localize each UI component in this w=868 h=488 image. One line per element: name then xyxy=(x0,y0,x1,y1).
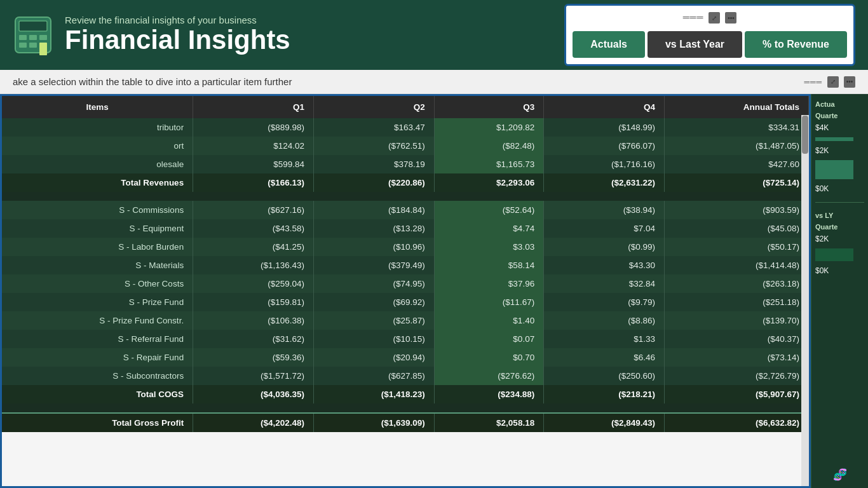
header-subtitle: Review the financial insights of your bu… xyxy=(65,15,290,25)
drag-handle-icon: ═══ xyxy=(683,12,704,24)
right-sidebar: Actua Quarte $4K $2K $0K vs LY Quarte $2… xyxy=(811,94,868,488)
table-row[interactable]: S - Materials($1,136.43)($379.49)$58.14$… xyxy=(2,256,809,274)
col-q2: Q2 xyxy=(313,96,434,118)
header-left: Review the financial insights of your bu… xyxy=(13,15,290,55)
actuals-button[interactable]: Actuals xyxy=(573,31,645,58)
svg-rect-2 xyxy=(19,35,27,40)
table-row[interactable] xyxy=(2,403,809,413)
pct-to-revenue-button[interactable]: % to Revenue xyxy=(745,31,847,58)
more-options-icon[interactable]: ••• xyxy=(725,12,736,24)
table-row[interactable]: Total Revenues($166.13)($220.86)$2,293.0… xyxy=(2,173,809,192)
table-row[interactable]: Total COGS($4,036.35)($1,418.23)($234.88… xyxy=(2,385,809,403)
toggle-panel: ═══ ⤢ ••• Actuals vs Last Year % to Reve… xyxy=(564,4,855,66)
chart-bar-2 xyxy=(815,160,853,179)
drag-handle-2-icon: ═══ xyxy=(804,78,822,86)
sidebar-quarter-label: Quarte xyxy=(815,112,864,119)
table-row[interactable]: S - Equipment($43.58)($13.28)$4.74$7.04(… xyxy=(2,219,809,238)
main-area: Items Q1 Q2 Q3 Q4 Annual Totals tributor… xyxy=(0,94,868,488)
table-row[interactable]: Total Gross Profit($4,202.48)($1,639.09)… xyxy=(2,413,809,432)
header-text: Review the financial insights of your bu… xyxy=(65,15,290,55)
more-options-2-icon[interactable]: ••• xyxy=(844,76,855,88)
sidebar-value-4k: $4K xyxy=(815,123,864,132)
table-row[interactable]: S - Referral Fund($31.62)($10.15)$0.07$1… xyxy=(2,330,809,348)
sidebar-actuals-label: Actua xyxy=(815,100,864,108)
instruction-text: ake a selection within the table to dive… xyxy=(13,76,292,87)
col-annual: Annual Totals xyxy=(664,96,808,118)
svg-rect-7 xyxy=(39,43,47,55)
table-row[interactable]: S - Repair Fund($59.36)($20.94)$0.70$6.4… xyxy=(2,348,809,367)
header-title: Financial Insights xyxy=(65,25,290,55)
sidebar-vs-ly-label: vs LY xyxy=(815,212,864,219)
header: Review the financial insights of your bu… xyxy=(0,0,868,70)
sidebar-chart-value: $2K xyxy=(815,234,864,243)
scrollbar[interactable] xyxy=(801,115,809,488)
table-row[interactable]: S - Labor Burden($41.25)($10.96)$3.03($0… xyxy=(2,238,809,256)
table-panel: Items Q1 Q2 Q3 Q4 Annual Totals tributor… xyxy=(0,94,811,488)
sidebar-quarter2-label: Quarte xyxy=(815,223,864,231)
table-row[interactable]: olesale$599.84$378.19$1,165.73($1,716.16… xyxy=(2,155,809,173)
svg-rect-4 xyxy=(39,35,47,40)
table-row[interactable]: tributor($889.98)$163.47$1,209.82($148.9… xyxy=(2,118,809,137)
scrollbar-thumb[interactable] xyxy=(802,116,808,154)
financial-table: Items Q1 Q2 Q3 Q4 Annual Totals tributor… xyxy=(2,96,809,432)
table-row[interactable] xyxy=(2,192,809,201)
sidebar-chart-value2: $0K xyxy=(815,266,864,275)
col-items: Items xyxy=(2,96,193,118)
calculator-icon xyxy=(13,15,53,55)
table-row[interactable]: S - Other Costs($259.04)($74.95)$37.96$3… xyxy=(2,274,809,293)
sidebar-value-0k: $0K xyxy=(815,184,864,193)
instruction-bar: ake a selection within the table to dive… xyxy=(0,70,868,94)
svg-rect-6 xyxy=(29,43,37,48)
svg-rect-1 xyxy=(19,21,47,31)
expand-icon[interactable]: ⤢ xyxy=(709,12,720,24)
sidebar-value-2k: $2K xyxy=(815,146,864,155)
chart-bar-3 xyxy=(815,248,853,261)
col-q3: Q3 xyxy=(434,96,543,118)
table-row[interactable]: S - Prize Fund Constr.($106.38)($25.87)$… xyxy=(2,311,809,330)
expand-2-icon[interactable]: ⤢ xyxy=(827,76,839,88)
table-row[interactable]: S - Prize Fund($159.81)($69.92)($11.67)(… xyxy=(2,293,809,311)
svg-rect-3 xyxy=(29,35,37,40)
table-row[interactable]: S - Commissions($627.16)($184.84)($52.64… xyxy=(2,201,809,219)
dna-icon: 🧬 xyxy=(815,468,864,482)
col-q4: Q4 xyxy=(544,96,665,118)
table-row[interactable]: ort$124.02($762.51)($82.48)($766.07)($1,… xyxy=(2,137,809,155)
col-q1: Q1 xyxy=(193,96,314,118)
table-row[interactable]: S - Subcontractors($1,571.72)($627.85)($… xyxy=(2,367,809,385)
table-header-row: Items Q1 Q2 Q3 Q4 Annual Totals xyxy=(2,96,809,118)
vs-last-year-button[interactable]: vs Last Year xyxy=(648,31,742,58)
chart-bar-1 xyxy=(815,137,853,141)
svg-rect-5 xyxy=(19,43,27,48)
